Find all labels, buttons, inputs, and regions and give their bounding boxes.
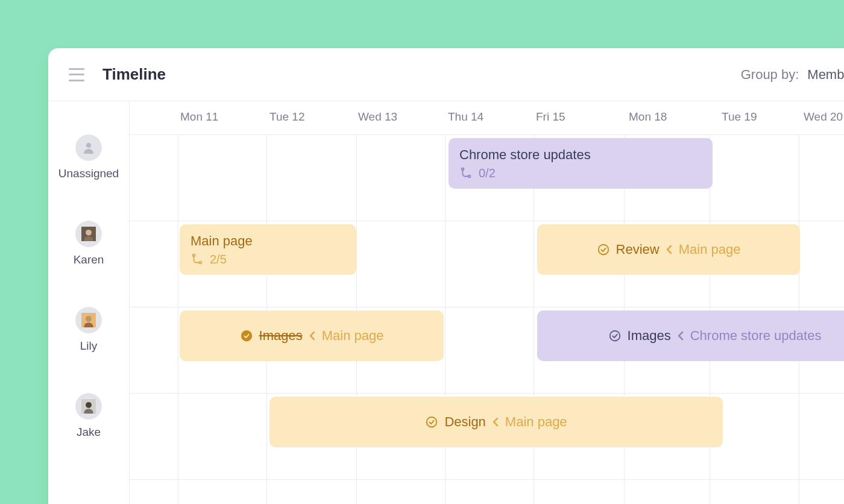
svg-point-4	[86, 316, 92, 322]
subtasks-count: 0/2	[479, 166, 496, 180]
page-title: Timeline	[102, 65, 166, 84]
task-chrome-store-updates[interactable]: Chrome store updates 0/2	[449, 138, 713, 189]
date-header: Tue 12	[269, 110, 304, 124]
task-parent: Main page	[322, 328, 384, 344]
grid-row: Images Main page Images	[130, 307, 844, 393]
check-circle-icon	[425, 415, 438, 429]
svg-point-10	[200, 262, 202, 264]
task-title: Images	[628, 328, 671, 344]
row-name: Karen	[74, 253, 104, 266]
check-circle-icon	[608, 329, 622, 342]
row-name: Jake	[77, 426, 101, 439]
group-by-select[interactable]: Member	[807, 67, 844, 83]
date-header: Tue 19	[722, 110, 757, 124]
grid-row: Chrome store updates 0/2	[130, 134, 844, 221]
svg-point-11	[598, 245, 608, 255]
date-header: Wed 20	[804, 110, 843, 124]
task-images[interactable]: Images Chrome store updates	[537, 310, 844, 361]
date-header: Wed 13	[358, 110, 397, 124]
menu-icon[interactable]	[69, 68, 84, 81]
svg-point-0	[86, 143, 91, 148]
avatar-placeholder-icon	[75, 134, 102, 161]
check-circle-icon	[597, 243, 610, 256]
row-name: Unassigned	[58, 167, 119, 180]
task-parent: Main page	[679, 242, 741, 257]
row-header-jake[interactable]: Jake	[48, 393, 129, 479]
row-header-lily[interactable]: Lily	[48, 307, 129, 393]
check-circle-solid-icon	[240, 329, 253, 342]
date-header: Thu 14	[448, 110, 483, 124]
task-title: Chrome store updates	[459, 147, 702, 163]
subtasks-icon	[459, 166, 473, 180]
app-window: Timeline Group by: Member Unassigned	[48, 48, 844, 504]
grid-row: Main page 2/5 Review	[130, 221, 844, 307]
svg-point-13	[609, 331, 620, 341]
task-design[interactable]: Design Main page	[269, 397, 723, 447]
avatar	[75, 393, 102, 420]
group-by-label: Group by:	[741, 67, 799, 83]
task-title: Main page	[191, 233, 345, 249]
task-main-page[interactable]: Main page 2/5	[180, 224, 356, 275]
avatar	[75, 307, 102, 333]
svg-point-12	[241, 330, 251, 341]
timeline-grid[interactable]: Mon 11 Tue 12 Wed 13 Thu 14 Fri 15 Mon 1…	[130, 101, 844, 504]
group-by-value: Member	[807, 67, 844, 83]
chevron-left-icon	[666, 244, 673, 255]
date-header: Mon 18	[629, 110, 667, 124]
task-images-done[interactable]: Images Main page	[180, 310, 444, 361]
svg-point-8	[468, 175, 471, 178]
task-parent: Main page	[505, 414, 567, 430]
subtasks-icon	[191, 253, 204, 266]
task-title: Design	[444, 414, 485, 430]
grid-row: Design Main page	[130, 393, 844, 479]
date-header: Fri 15	[536, 110, 565, 124]
header: Timeline Group by: Member	[48, 48, 844, 101]
chevron-left-icon	[309, 330, 316, 341]
date-headers: Mon 11 Tue 12 Wed 13 Thu 14 Fri 15 Mon 1…	[130, 101, 844, 134]
date-header: Mon 11	[180, 110, 218, 124]
row-header-unassigned[interactable]: Unassigned	[48, 134, 129, 221]
task-title: Review	[616, 242, 660, 257]
grid-row	[130, 479, 844, 504]
task-review[interactable]: Review Main page	[537, 224, 800, 275]
svg-point-14	[427, 417, 437, 427]
task-title: Images	[259, 328, 303, 344]
svg-point-6	[86, 402, 92, 408]
subtasks-count: 2/5	[210, 253, 227, 266]
svg-point-2	[86, 230, 92, 236]
chevron-left-icon	[492, 417, 499, 427]
task-parent: Chrome store updates	[690, 328, 822, 344]
chevron-left-icon	[677, 330, 684, 341]
avatar	[75, 221, 102, 247]
members-sidebar: Unassigned Karen Lily Jake	[48, 101, 130, 504]
row-name: Lily	[80, 339, 98, 353]
row-header-karen[interactable]: Karen	[48, 221, 129, 307]
